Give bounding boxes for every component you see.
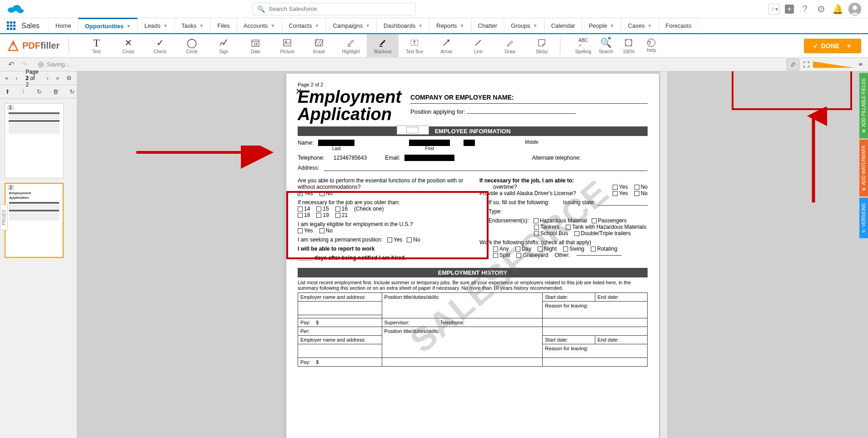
tool-line[interactable]: Line bbox=[462, 34, 494, 58]
tool-draw[interactable]: Draw bbox=[494, 34, 526, 58]
tool-sticky[interactable]: Sticky bbox=[526, 34, 558, 58]
salesforce-logo[interactable] bbox=[7, 3, 25, 15]
nav-dashboards[interactable]: Dashboards▼ bbox=[377, 19, 429, 33]
first-page-button[interactable]: « bbox=[2, 74, 11, 82]
nav-accounts[interactable]: Accounts▼ bbox=[237, 19, 282, 33]
scrollbar[interactable] bbox=[660, 71, 667, 438]
move-up-button[interactable]: ⬆ bbox=[2, 87, 13, 96]
eraser-icon[interactable] bbox=[787, 59, 799, 70]
tool-arrow[interactable]: Arrow bbox=[430, 34, 462, 58]
nav-cases[interactable]: Cases▼ bbox=[621, 19, 659, 33]
cb-15[interactable]: 15 bbox=[316, 206, 329, 212]
cb-no[interactable]: No bbox=[319, 190, 333, 196]
ok-button[interactable]: OK bbox=[406, 127, 419, 133]
cb-eligible-yes[interactable]: Yes bbox=[298, 227, 313, 234]
cb-dl-yes[interactable]: Yes bbox=[613, 190, 628, 196]
tab-fillable-fields[interactable]: ⊕ADD FILLABLE FIELDS bbox=[859, 73, 868, 138]
avatar[interactable] bbox=[848, 3, 861, 15]
blackout-last-name[interactable] bbox=[318, 140, 354, 146]
tab-versions[interactable]: ↻VERSIONS bbox=[859, 198, 868, 238]
cb-tank-haz[interactable]: Tank with Hazardous Materials bbox=[566, 224, 646, 230]
done-button[interactable]: ✓DONE▼ bbox=[804, 39, 861, 53]
cb-ot-no[interactable]: No bbox=[634, 184, 648, 190]
delete-button[interactable]: 🗑 bbox=[50, 87, 61, 96]
blackout-email[interactable] bbox=[404, 155, 454, 161]
nav-forecasts[interactable]: Forecasts bbox=[659, 19, 698, 33]
refresh-button[interactable]: ↻ bbox=[67, 87, 77, 96]
nav-chatter[interactable]: Chatter bbox=[471, 19, 504, 33]
tool-blackout[interactable]: Blackout bbox=[367, 34, 399, 58]
nav-calendar[interactable]: Calendar bbox=[544, 19, 582, 33]
tool-text[interactable]: TText bbox=[80, 34, 112, 58]
document-viewport[interactable]: Page 2 of 2 ✕ Employment Application COM… bbox=[77, 71, 868, 438]
thumbnail-page-2[interactable]: 2 EmploymentApplication bbox=[5, 183, 64, 258]
move-icon[interactable]: ✥ bbox=[400, 127, 404, 133]
cb-schoolbus[interactable]: School Bus bbox=[534, 230, 568, 237]
nav-files[interactable]: Files bbox=[210, 19, 236, 33]
nav-tasks[interactable]: Tasks▼ bbox=[175, 19, 210, 33]
tool-picture[interactable]: Picture bbox=[271, 34, 303, 58]
close-icon[interactable]: ✕ bbox=[295, 86, 302, 96]
nav-opportunities[interactable]: Opportunities▼ bbox=[78, 18, 138, 33]
cb-19[interactable]: 19 bbox=[316, 212, 329, 218]
cb-rotating[interactable]: Rotating bbox=[591, 246, 618, 252]
settings-icon[interactable]: ⚙ bbox=[64, 74, 75, 82]
nav-campaigns[interactable]: Campaigns▼ bbox=[326, 19, 377, 33]
global-search[interactable]: 🔍 bbox=[252, 3, 416, 15]
tool-highlight[interactable]: Highlight bbox=[335, 34, 367, 58]
prev-page-button[interactable]: ‹ bbox=[13, 74, 20, 82]
nav-home[interactable]: Home bbox=[49, 19, 78, 33]
cb-hazmat[interactable]: Hazardous Material bbox=[534, 217, 587, 224]
cb-eligible-no[interactable]: No bbox=[319, 227, 333, 234]
nav-contacts[interactable]: Contacts▼ bbox=[282, 19, 326, 33]
blackout-first-name[interactable] bbox=[409, 140, 450, 146]
cb-split[interactable]: Split bbox=[493, 252, 510, 258]
tool-check[interactable]: ✓Check bbox=[144, 34, 176, 58]
tool-textbox[interactable]: TText Box bbox=[399, 34, 430, 58]
add-icon[interactable]: + bbox=[785, 5, 794, 14]
favorite-icon[interactable]: ☆▾ bbox=[768, 4, 779, 15]
tool-erase[interactable]: Erase bbox=[303, 34, 335, 58]
tool-circle[interactable]: ◯Circle bbox=[176, 34, 208, 58]
cb-14[interactable]: 14 bbox=[298, 206, 310, 212]
nav-people[interactable]: People▼ bbox=[582, 19, 621, 33]
cb-21[interactable]: 21 bbox=[335, 212, 348, 218]
cb-day[interactable]: Day bbox=[515, 246, 531, 252]
cb-passengers[interactable]: Passengers bbox=[592, 217, 627, 224]
nav-reports[interactable]: Reports▼ bbox=[429, 19, 471, 33]
tool-help[interactable]: ?Help bbox=[640, 34, 663, 58]
help-icon[interactable]: ? bbox=[799, 4, 810, 15]
trash-icon[interactable]: 🗑 bbox=[421, 127, 426, 133]
cb-yes[interactable]: Yes bbox=[298, 190, 313, 196]
cb-16[interactable]: 16 bbox=[335, 206, 348, 212]
pages-tab[interactable]: PAGES bbox=[0, 205, 8, 230]
tool-zoom[interactable]: 100% bbox=[617, 34, 640, 58]
app-launcher-icon[interactable] bbox=[7, 21, 16, 30]
blackout-middle[interactable] bbox=[464, 140, 475, 146]
undo-button[interactable]: ↶ bbox=[5, 58, 18, 70]
thumbnail-page-1[interactable]: 1 bbox=[5, 103, 64, 178]
last-page-button[interactable]: » bbox=[53, 74, 62, 82]
zoom-slider[interactable] bbox=[813, 61, 854, 68]
tool-cross[interactable]: ✕Cross bbox=[112, 34, 144, 58]
next-page-button[interactable]: › bbox=[44, 74, 51, 82]
tool-sign[interactable]: Sign bbox=[208, 34, 239, 58]
nav-leads[interactable]: Leads▼ bbox=[138, 19, 175, 33]
search-input[interactable] bbox=[269, 5, 411, 12]
cb-ot-yes[interactable]: Yes bbox=[613, 184, 628, 190]
link-icon[interactable]: ⚭ bbox=[858, 60, 863, 69]
cb-double[interactable]: Double/Triple trailers bbox=[574, 230, 631, 237]
expand-icon[interactable]: ⛶ bbox=[803, 61, 809, 68]
cb-perm-yes[interactable]: Yes bbox=[387, 237, 403, 243]
setup-icon[interactable]: ⚙ bbox=[816, 4, 827, 15]
cb-any[interactable]: Any bbox=[493, 246, 509, 252]
cb-graveyard[interactable]: Graveyard bbox=[516, 252, 548, 258]
tool-date[interactable]: 15Date bbox=[239, 34, 271, 58]
nav-groups[interactable]: Groups▼ bbox=[504, 19, 544, 33]
cb-18[interactable]: 18 bbox=[298, 212, 310, 218]
rotate-button[interactable]: ↻ bbox=[34, 87, 45, 96]
pdffiller-logo[interactable]: PDFfiller bbox=[0, 40, 66, 52]
cb-tankers[interactable]: Tankers bbox=[534, 224, 559, 230]
notifications-icon[interactable]: 🔔 bbox=[832, 4, 843, 15]
cb-swing[interactable]: Swing bbox=[563, 246, 584, 252]
